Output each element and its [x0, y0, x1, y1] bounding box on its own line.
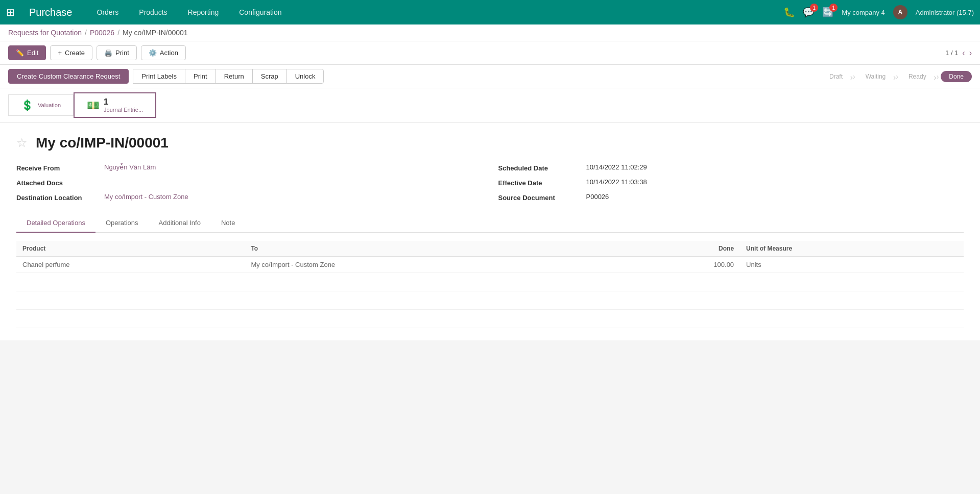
- nav-products[interactable]: Products: [135, 8, 171, 16]
- effective-date-row: Effective Date 10/14/2022 11:03:38: [498, 178, 964, 187]
- dollar-icon: 💲: [21, 99, 34, 111]
- nav-configuration[interactable]: Configuration: [235, 8, 285, 16]
- col-product: Product: [16, 241, 245, 257]
- destination-location-value[interactable]: My co/Import - Custom Zone: [104, 193, 188, 201]
- cell-to: My co/Import - Custom Zone: [245, 257, 615, 273]
- bug-icon[interactable]: 🐛: [783, 7, 795, 18]
- scrap-button[interactable]: Scrap: [252, 69, 287, 84]
- breadcrumb-po[interactable]: P00026: [90, 29, 114, 37]
- breadcrumb-sep1: /: [85, 29, 87, 37]
- tabs: Detailed Operations Operations Additiona…: [16, 214, 964, 233]
- status-ready[interactable]: Ready: [900, 71, 935, 82]
- operations-table: Product To Done Unit of Measure Chanel p…: [16, 241, 964, 328]
- table-row: Chanel perfume My co/Import - Custom Zon…: [16, 257, 964, 273]
- receive-from-row: Receive From Nguyễn Văn Lâm: [16, 163, 482, 172]
- status-bar: Draft › Waiting › Ready › Done: [821, 71, 972, 82]
- print-labels-button[interactable]: Print Labels: [133, 69, 185, 84]
- empty-row-3: [16, 310, 964, 328]
- attached-docs-label: Attached Docs: [16, 178, 98, 187]
- next-button[interactable]: ›: [969, 48, 972, 58]
- source-document-label: Source Document: [498, 193, 580, 202]
- journal-icon: 💵: [87, 99, 100, 111]
- app-grid-icon[interactable]: ⊞: [6, 6, 15, 18]
- scheduled-date-value: 10/14/2022 11:02:29: [586, 163, 647, 171]
- tab-detailed-operations[interactable]: Detailed Operations: [16, 214, 95, 233]
- cell-product: Chanel perfume: [16, 257, 245, 273]
- breadcrumb-current: My co/IMP-IN/00001: [123, 29, 188, 37]
- valuation-button[interactable]: 💲 Valuation: [8, 94, 74, 116]
- activity-badge: 1: [829, 4, 838, 12]
- scheduled-date-label: Scheduled Date: [498, 163, 580, 172]
- action-button[interactable]: ⚙️ Action: [141, 45, 186, 60]
- top-nav: ⊞ Purchase Orders Products Reporting Con…: [0, 0, 980, 24]
- tab-operations[interactable]: Operations: [95, 214, 149, 233]
- col-uom: Unit of Measure: [740, 241, 964, 257]
- destination-location-row: Destination Location My co/Import - Cust…: [16, 193, 482, 202]
- smart-buttons-bar: 💲 Valuation 💵 1 Journal Entrie...: [0, 88, 980, 122]
- destination-location-label: Destination Location: [16, 193, 98, 202]
- pagination: 1 / 1 ‹ ›: [945, 48, 972, 58]
- company-name: My company 4: [842, 9, 885, 16]
- breadcrumb-sep2: /: [117, 29, 119, 37]
- cell-uom: Units: [740, 257, 964, 273]
- status-draft[interactable]: Draft: [821, 71, 851, 82]
- print-button[interactable]: 🖨️ Print: [97, 45, 137, 60]
- avatar: A: [893, 5, 907, 19]
- scheduled-date-row: Scheduled Date 10/14/2022 11:02:29: [498, 163, 964, 172]
- empty-row-1: [16, 273, 964, 291]
- breadcrumb-rfq[interactable]: Requests for Quotation: [8, 29, 82, 37]
- pagination-text: 1 / 1: [945, 49, 958, 57]
- user-name: Administrator (15.7): [916, 9, 974, 16]
- effective-date-label: Effective Date: [498, 178, 580, 187]
- printer-icon: 🖨️: [104, 49, 112, 57]
- return-button[interactable]: Return: [216, 69, 253, 84]
- table-header-row: Product To Done Unit of Measure: [16, 241, 964, 257]
- source-document-value: P00026: [586, 193, 609, 201]
- plus-icon: +: [58, 49, 62, 57]
- app-title[interactable]: Purchase: [29, 7, 73, 18]
- status-done[interactable]: Done: [941, 71, 972, 82]
- nav-reporting[interactable]: Reporting: [184, 8, 223, 16]
- receive-from-value[interactable]: Nguyễn Văn Lâm: [104, 163, 156, 171]
- col-to: To: [245, 241, 615, 257]
- tab-additional-info[interactable]: Additional Info: [149, 214, 211, 233]
- messages-badge: 1: [810, 4, 818, 12]
- record-header: ☆ My co/IMP-IN/00001: [16, 135, 964, 151]
- gear-icon: ⚙️: [149, 49, 157, 57]
- prev-button[interactable]: ‹: [962, 48, 965, 58]
- breadcrumb: Requests for Quotation / P00026 / My co/…: [0, 24, 980, 41]
- edit-icon: ✏️: [16, 49, 24, 57]
- empty-row-2: [16, 291, 964, 310]
- edit-button[interactable]: ✏️ Edit: [8, 45, 46, 60]
- col-done: Done: [615, 241, 740, 257]
- unlock-button[interactable]: Unlock: [286, 69, 324, 84]
- create-button[interactable]: + Create: [50, 45, 92, 60]
- messages-icon[interactable]: 💬 1: [803, 7, 814, 18]
- source-document-row: Source Document P00026: [498, 193, 964, 202]
- main-content: ☆ My co/IMP-IN/00001 Receive From Nguyễn…: [0, 122, 980, 340]
- effective-date-value: 10/14/2022 11:03:38: [586, 178, 647, 186]
- form-fields: Receive From Nguyễn Văn Lâm Attached Doc…: [16, 163, 964, 202]
- favorite-icon[interactable]: ☆: [16, 136, 28, 150]
- tab-note[interactable]: Note: [211, 214, 245, 233]
- print-action-button[interactable]: Print: [185, 69, 216, 84]
- journal-entries-button[interactable]: 💵 1 Journal Entrie...: [74, 92, 156, 118]
- toolbar: ✏️ Edit + Create 🖨️ Print ⚙️ Action 1 / …: [0, 41, 980, 65]
- action-bar: Create Custom Clearance Request Print La…: [0, 65, 980, 88]
- attached-docs-row: Attached Docs: [16, 178, 482, 187]
- record-title: My co/IMP-IN/00001: [36, 135, 169, 151]
- receive-from-label: Receive From: [16, 163, 98, 172]
- status-waiting[interactable]: Waiting: [857, 71, 894, 82]
- activity-icon[interactable]: 🔄 1: [822, 7, 833, 18]
- create-custom-clearance-button[interactable]: Create Custom Clearance Request: [8, 69, 129, 84]
- cell-done: 100.00: [615, 257, 740, 273]
- nav-orders[interactable]: Orders: [93, 8, 123, 16]
